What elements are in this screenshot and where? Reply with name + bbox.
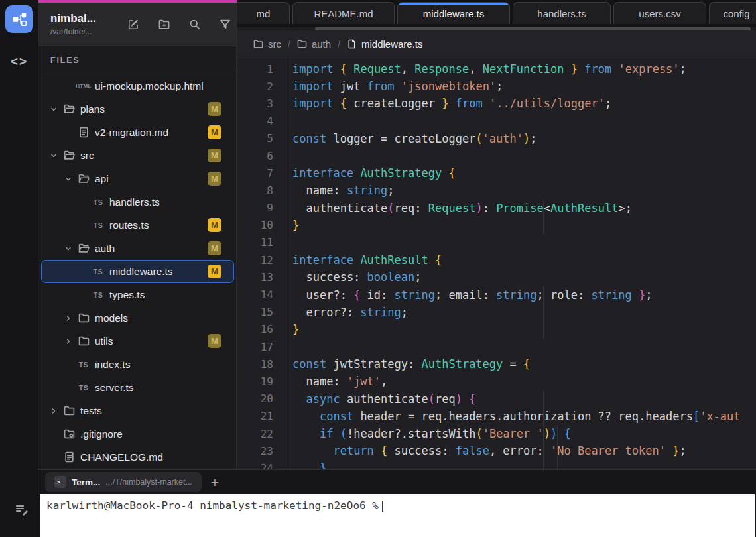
tree-item-.gitignore[interactable]: .gitignore xyxy=(41,422,234,446)
terminal-tab-path: .../T/nimbalyst-market... xyxy=(105,477,192,487)
code-line-10[interactable]: 10} xyxy=(237,217,756,234)
code-line-8[interactable]: 8 name: string; xyxy=(237,182,756,199)
breadcrumb-item-auth[interactable]: auth xyxy=(297,38,331,50)
code-line-18[interactable]: 18const jwtStrategy: AuthStrategy = { xyxy=(237,355,756,373)
terminal-output[interactable]: karlwirth@MacBook-Pro-4 nimbalyst-market… xyxy=(40,494,755,537)
tree-item-label: CHANGELOG.md xyxy=(80,451,163,463)
folder-open-icon xyxy=(75,243,92,254)
breadcrumb-item-middleware.ts[interactable]: middleware.ts xyxy=(347,38,423,50)
tree-item-utils[interactable]: utilsM xyxy=(41,329,234,353)
line-number: 4 xyxy=(237,115,284,127)
modified-badge: M xyxy=(208,334,221,348)
tree-item-ui-mockup.mockup.html[interactable]: HTMLui-mockup.mockup.html xyxy=(41,74,234,97)
code-line-14[interactable]: 14 user?: { id: string; email: string; r… xyxy=(237,286,756,303)
line-number: 16 xyxy=(237,323,284,335)
compose-icon[interactable] xyxy=(126,17,141,32)
line-number: 7 xyxy=(237,167,284,180)
tree-item-models[interactable]: models xyxy=(41,306,234,329)
new-terminal-button[interactable]: + xyxy=(211,475,219,489)
terminal-icon: >_ xyxy=(54,476,66,488)
tree-item-types.ts[interactable]: TStypes.ts xyxy=(41,283,234,306)
tree-item-label: auth xyxy=(95,243,115,255)
code-line-21[interactable]: 21 const header = req.headers.authorizat… xyxy=(237,408,756,425)
code-line-6[interactable]: 6 xyxy=(237,147,756,164)
tree-item-index.ts[interactable]: TSindex.ts xyxy=(41,353,234,376)
code-view-icon[interactable]: <> xyxy=(9,52,30,70)
code-line-9[interactable]: 9 authenticate(req: Request): Promise<Au… xyxy=(237,200,756,217)
tree-item-src[interactable]: srcM xyxy=(41,144,234,167)
code-line-16[interactable]: 16} xyxy=(237,321,756,338)
tab-users.csv[interactable]: users.csv xyxy=(613,2,706,24)
code-line-22[interactable]: 22 if (!header?.startsWith('Bearer ')) { xyxy=(237,425,756,442)
tab-label: handlers.ts xyxy=(537,8,586,19)
code-line-3[interactable]: 3import { createLogger } from '../utils/… xyxy=(237,95,756,112)
tree-item-api[interactable]: apiM xyxy=(41,167,234,190)
code-line-4[interactable]: 4 xyxy=(237,113,756,130)
code-line-13[interactable]: 13 success: boolean; xyxy=(237,268,756,286)
chevron-right-icon[interactable] xyxy=(62,314,75,322)
terminal-tab[interactable]: >_ Term... .../T/nimbalyst-market... xyxy=(45,472,202,492)
line-number: 12 xyxy=(237,254,284,267)
line-number: 15 xyxy=(237,306,284,318)
tab-README.md[interactable]: README.md xyxy=(292,2,395,24)
tree-item-server.ts[interactable]: TSserver.ts xyxy=(41,376,234,399)
tree-item-plans[interactable]: plansM xyxy=(41,97,234,121)
tree-item-auth[interactable]: authM xyxy=(41,237,234,260)
chevron-right-icon[interactable] xyxy=(62,337,75,345)
search-icon[interactable] xyxy=(187,17,202,32)
line-number: 23 xyxy=(237,445,284,457)
filter-icon[interactable] xyxy=(218,17,232,32)
code-text: import { createLogger } from '../utils/l… xyxy=(284,97,611,110)
folder-closed-icon xyxy=(75,312,92,324)
code-text: name: 'jwt', xyxy=(284,375,387,388)
html-file-icon: HTML xyxy=(75,83,92,89)
code-line-20[interactable]: 20 async authenticate(req) { xyxy=(237,390,756,408)
code-text: success: boolean; xyxy=(284,270,422,284)
tab-handlers.ts[interactable]: handlers.ts xyxy=(513,2,611,24)
code-line-1[interactable]: 1import { Request, Response, NextFunctio… xyxy=(237,60,756,78)
tree-item-v2-migration.md[interactable]: v2-migration.mdM xyxy=(41,121,234,144)
tree-item-routes.ts[interactable]: TSroutes.tsM xyxy=(41,213,234,237)
modified-badge: M xyxy=(208,265,221,278)
tab-middleware.ts[interactable]: middleware.ts xyxy=(397,2,510,24)
tree-item-tests[interactable]: tests xyxy=(41,399,234,422)
code-line-17[interactable]: 17 xyxy=(237,338,756,355)
chevron-down-icon[interactable] xyxy=(47,152,60,160)
code-text: async authenticate(req) { xyxy=(284,392,475,406)
breadcrumb-item-src[interactable]: src xyxy=(253,38,281,50)
chevron-down-icon[interactable] xyxy=(47,105,60,113)
file-git-icon xyxy=(60,428,78,440)
chevron-down-icon[interactable] xyxy=(62,175,75,183)
breadcrumb-separator: / xyxy=(288,39,290,50)
tree-item-CHANGELOG.md[interactable]: CHANGELOG.md xyxy=(41,446,234,467)
tab-md[interactable]: md xyxy=(237,2,290,24)
terminal-cursor xyxy=(382,501,383,512)
code-line-15[interactable]: 15 error?: string; xyxy=(237,304,756,321)
tree-item-middleware.ts[interactable]: TSmiddleware.tsM xyxy=(41,260,234,283)
line-number: 5 xyxy=(237,132,284,145)
code-line-11[interactable]: 11 xyxy=(237,234,756,251)
code-line-2[interactable]: 2import jwt from 'jsonwebtoken'; xyxy=(237,78,756,95)
modified-badge: M xyxy=(208,218,221,232)
chevron-down-icon[interactable] xyxy=(62,245,75,253)
chevron-right-icon[interactable] xyxy=(47,407,60,415)
tab-config[interactable]: config xyxy=(709,2,756,24)
tree-item-handlers.ts[interactable]: TShandlers.ts xyxy=(41,190,234,213)
terminal-tab-label: Term... xyxy=(72,477,100,487)
code-editor[interactable]: 1import { Request, Response, NextFunctio… xyxy=(237,58,756,471)
code-line-19[interactable]: 19 name: 'jwt', xyxy=(237,373,756,390)
line-number: 1 xyxy=(237,63,284,76)
code-text: const logger = createLogger('auth'); xyxy=(284,132,537,145)
code-line-23[interactable]: 23 return { success: false, error: 'No B… xyxy=(237,442,756,459)
modified-badge: M xyxy=(208,241,221,255)
app-logo[interactable] xyxy=(5,5,33,33)
code-text: } xyxy=(284,323,299,336)
code-line-7[interactable]: 7interface AuthStrategy { xyxy=(237,164,756,182)
code-line-5[interactable]: 5const logger = createLogger('auth'); xyxy=(237,130,756,147)
code-line-12[interactable]: 12interface AuthResult { xyxy=(237,251,756,268)
tab-label: users.csv xyxy=(639,8,680,19)
notes-edit-icon[interactable] xyxy=(12,499,32,521)
code-text: const header = req.headers.authorization… xyxy=(284,410,741,423)
new-folder-icon[interactable] xyxy=(157,17,171,32)
modified-badge: M xyxy=(208,102,221,116)
